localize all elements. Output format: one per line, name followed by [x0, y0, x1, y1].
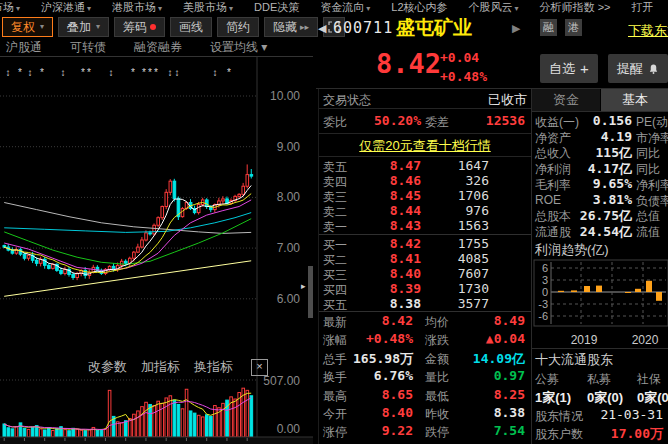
adjust-price-label: 复权	[11, 19, 35, 35]
alert-button[interactable]: 提醒	[608, 54, 668, 83]
stat-label: 涨停	[323, 424, 347, 441]
stats-row: 最新8.42均价8.49	[319, 312, 531, 330]
stats-row: 换手6.76%量比0.97	[319, 367, 531, 385]
holder-count: 1家(1)	[535, 389, 571, 407]
level2-link[interactable]: 仅需20元查看十档行情	[319, 136, 531, 155]
svg-text:*: *	[18, 67, 22, 78]
add-watchlist-button[interactable]: 自选 +	[540, 54, 598, 83]
download-link[interactable]: 下载东方财富	[628, 22, 668, 40]
bid-row[interactable]: 买二8.414085	[319, 251, 531, 266]
margin-badge[interactable]: 融	[540, 19, 557, 36]
menu-item-5[interactable]: 资金流向▾	[320, 0, 370, 14]
vertical-scrollbar-thumb[interactable]	[308, 266, 313, 318]
chevron-down-icon: ▾	[40, 19, 44, 35]
svg-text:↕: ↕	[6, 67, 11, 78]
menu-item-9[interactable]: 打开	[631, 0, 653, 14]
holder-col-label: 私募	[587, 371, 611, 388]
menu-item-1[interactable]: 沪深港通▾	[41, 0, 91, 14]
divider	[532, 348, 668, 349]
prev-stock-icon[interactable]: ◀	[318, 22, 326, 35]
menu-item-6[interactable]: L2核心内参	[391, 0, 447, 14]
fundamental-value: 3.81%	[562, 192, 632, 207]
subnav-item-3[interactable]: 设置均线 ▾	[210, 39, 267, 56]
svg-text:↕: ↕	[175, 67, 180, 78]
ask-row[interactable]: 卖五8.471647	[319, 158, 531, 173]
fundamental-value: 0.156	[562, 113, 632, 128]
panel-collapse-icon[interactable]: ▸	[301, 281, 306, 291]
stat-value: 7.54	[455, 423, 525, 438]
ask-row[interactable]: 卖三8.451706	[319, 188, 531, 203]
subnav-item-1[interactable]: 可转债	[70, 39, 106, 56]
tab-basic[interactable]: 基本	[601, 89, 668, 111]
close-indicator-icon[interactable]: ×	[251, 359, 268, 376]
menu-item-3[interactable]: 美股市场▾	[183, 0, 233, 14]
last-price: 8.42	[376, 48, 441, 79]
svg-text:0: 0	[542, 286, 548, 298]
menu-item-8[interactable]: 分析师指数 >>	[540, 0, 611, 14]
add-indicator-button[interactable]: 加指标	[141, 358, 180, 376]
switch-indicator-button[interactable]: 换指标	[194, 358, 233, 376]
bid-row[interactable]: 买四8.391730	[319, 281, 531, 296]
ask-row[interactable]: 卖二8.44976	[319, 203, 531, 218]
adjust-price-button[interactable]: 复权 ▾	[2, 17, 53, 37]
ask-row[interactable]: 卖一8.431563	[319, 218, 531, 233]
stat-value: 8.49	[455, 313, 525, 328]
chips-button[interactable]: 筹码	[114, 17, 165, 37]
stats-row: 今开8.40昨收8.38	[319, 404, 531, 422]
stat-value: +0.48%	[347, 331, 413, 346]
stats-grid: 最新8.42均价8.49涨幅+0.48%涨跌▲0.04总手165.98万金额14…	[319, 312, 531, 444]
svg-text:↕: ↕	[109, 67, 114, 78]
weibi-value: 50.20%	[359, 113, 421, 128]
bid-volume: 1755	[427, 236, 489, 251]
chevron-down-icon: ▾	[87, 4, 91, 13]
svg-text:*: *	[154, 67, 158, 78]
menu-item-2[interactable]: 港股市场▾	[112, 0, 162, 14]
bid-row[interactable]: 买一8.421755	[319, 236, 531, 251]
kline-chart[interactable]: 10.009.008.007.006.00507.000.00↕*↕*↕**↕*…	[0, 56, 313, 444]
price-change: +0.04	[440, 50, 479, 65]
draw-line-button[interactable]: 画线	[170, 17, 212, 37]
stat-value: 8.38	[455, 405, 525, 420]
chevron-down-icon: ▾	[229, 4, 233, 13]
ask-row[interactable]: 卖四8.46326	[319, 173, 531, 188]
stats-row: 总手165.98万金额14.09亿	[319, 349, 531, 367]
menu-item-7[interactable]: 个股风云▾	[469, 0, 519, 14]
menu-item-0[interactable]: 市场▾	[0, 0, 20, 14]
ask-volume: 1647	[427, 158, 489, 173]
fundamental-label: ROE	[535, 193, 561, 207]
fundamental-row: 净利润4.17亿同比	[532, 160, 668, 176]
hk-badge[interactable]: 港	[565, 19, 582, 36]
hide-button[interactable]: 隐藏 ▸▸	[264, 17, 318, 37]
stats-row: 涨停9.22跌停7.54	[319, 422, 531, 440]
ask-price: 8.43	[357, 218, 421, 233]
ask-volume: 1706	[427, 188, 489, 203]
svg-text:*: *	[81, 67, 85, 78]
svg-text:*: *	[40, 67, 44, 78]
fundamental-label-2: 流值	[636, 224, 660, 239]
bid-row[interactable]: 买三8.407607	[319, 266, 531, 281]
stat-value: 6.76%	[347, 368, 413, 383]
svg-text:507.00: 507.00	[263, 374, 300, 388]
overlay-button[interactable]: 叠加 ▾	[58, 17, 109, 37]
trade-status-label: 交易状态	[323, 92, 371, 109]
bid-row[interactable]: 买五8.383577	[319, 296, 531, 311]
next-stock-icon[interactable]: ▶	[512, 22, 520, 35]
simple-mode-button[interactable]: 简约	[217, 17, 259, 37]
weicha-value: 12536	[457, 113, 525, 128]
fundamental-value: 4.19	[562, 129, 632, 144]
svg-text:2020: 2020	[632, 333, 659, 347]
tab-funds[interactable]: 资金	[532, 89, 600, 111]
svg-text:8.00: 8.00	[277, 190, 301, 204]
weibi-label: 委比	[323, 114, 347, 131]
stock-code: 600711	[333, 19, 393, 37]
plus-icon: +	[580, 60, 589, 77]
stat-label: 最新	[323, 314, 347, 331]
subnav-item-0[interactable]: 沪股通	[6, 39, 42, 56]
bid-price: 8.42	[357, 236, 421, 251]
holder-count: 0家(0)	[587, 389, 623, 407]
change-params-button[interactable]: 改参数	[88, 358, 127, 376]
subnav-item-2[interactable]: 融资融券	[134, 39, 182, 56]
info-panel: 资金 基本 收益(一)0.156PE(动)净资产4.19市净率总收入115亿同比…	[531, 89, 668, 444]
bid-volume: 7607	[427, 266, 489, 281]
menu-item-4[interactable]: DDE决策	[254, 0, 299, 14]
